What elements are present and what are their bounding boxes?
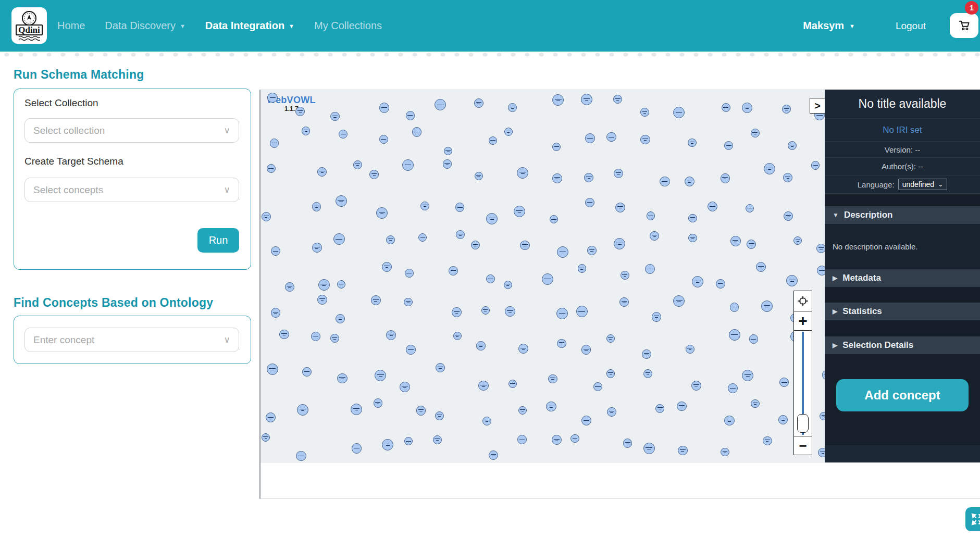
graph-node[interactable]	[721, 173, 730, 183]
graph-node[interactable]	[433, 435, 442, 444]
graph-node[interactable]	[285, 282, 294, 292]
graph-node[interactable]	[333, 233, 345, 245]
graph-node[interactable]	[267, 364, 278, 375]
graph-node[interactable]	[686, 345, 695, 354]
section-metadata[interactable]: ▶ Metadata	[825, 269, 980, 287]
section-description[interactable]: ▼ Description	[825, 206, 980, 224]
graph-node[interactable]	[570, 434, 579, 443]
graph-node[interactable]	[724, 416, 734, 425]
graph-node[interactable]	[615, 203, 625, 212]
graph-node[interactable]	[729, 329, 740, 341]
sidebar-collapse-button[interactable]: >	[810, 98, 825, 114]
graph-node[interactable]	[552, 435, 562, 445]
graph-node[interactable]	[504, 281, 512, 289]
graph-node[interactable]	[746, 204, 754, 213]
graph-node[interactable]	[455, 203, 464, 211]
graph-node[interactable]	[576, 306, 588, 317]
graph-node[interactable]	[542, 273, 553, 285]
graph-node[interactable]	[552, 173, 562, 183]
section-selection-details[interactable]: ▶ Selection Details	[825, 336, 980, 354]
graph-node[interactable]	[550, 215, 559, 224]
graph-node[interactable]	[751, 129, 760, 137]
graph-node[interactable]	[584, 173, 593, 182]
graph-node[interactable]	[593, 382, 603, 392]
graph-node[interactable]	[369, 170, 379, 179]
graph-node[interactable]	[405, 269, 414, 278]
graph-node[interactable]	[581, 416, 591, 425]
graph-node[interactable]	[482, 417, 491, 425]
zoom-slider-thumb[interactable]	[797, 414, 809, 433]
graph-node[interactable]	[317, 295, 327, 305]
graph-node[interactable]	[756, 262, 766, 272]
graph-node[interactable]	[330, 112, 340, 121]
graph-node[interactable]	[708, 202, 717, 211]
graph-node[interactable]	[489, 450, 499, 460]
section-statistics[interactable]: ▶ Statistics	[825, 303, 980, 320]
graph-node[interactable]	[688, 214, 697, 223]
graph-node[interactable]	[302, 367, 312, 377]
graph-node[interactable]	[449, 266, 458, 276]
graph-node[interactable]	[295, 107, 305, 116]
graph-node[interactable]	[730, 303, 739, 311]
graph-node[interactable]	[266, 412, 276, 422]
graph-node[interactable]	[262, 433, 270, 442]
graph-node[interactable]	[352, 443, 362, 453]
graph-node[interactable]	[619, 297, 629, 307]
graph-node[interactable]	[452, 307, 462, 317]
zoom-in-button[interactable]: +	[794, 311, 812, 331]
graph-node[interactable]	[508, 103, 517, 112]
graph-node[interactable]	[302, 127, 310, 135]
graph-node[interactable]	[728, 383, 738, 393]
graph-node[interactable]	[640, 108, 649, 117]
iri-link[interactable]: No IRI set	[883, 125, 922, 135]
graph-node[interactable]	[418, 233, 427, 242]
graph-node[interactable]	[606, 369, 615, 378]
graph-node[interactable]	[486, 213, 498, 224]
graph-node[interactable]	[444, 147, 453, 156]
graph-node[interactable]	[336, 314, 345, 323]
graph-node[interactable]	[297, 404, 308, 416]
graph-node[interactable]	[613, 95, 622, 104]
graph-node[interactable]	[585, 198, 594, 207]
add-concept-button[interactable]: Add concept	[836, 379, 969, 411]
graph-node[interactable]	[764, 163, 775, 174]
graph-node[interactable]	[382, 262, 392, 272]
graph-node[interactable]	[621, 271, 629, 280]
graph-node[interactable]	[375, 370, 386, 381]
language-select[interactable]: undefined ⌄	[898, 179, 948, 190]
graph-node[interactable]	[476, 341, 485, 350]
graph-node[interactable]	[747, 240, 756, 249]
graph-node[interactable]	[552, 94, 564, 106]
graph-node[interactable]	[606, 334, 615, 343]
logout-button[interactable]: Logout	[896, 20, 926, 32]
graph-node[interactable]	[435, 411, 444, 420]
graph-node[interactable]	[478, 381, 488, 391]
concept-search-select[interactable]: Enter concept ∨	[24, 328, 239, 352]
graph-node[interactable]	[786, 275, 798, 286]
graph-node[interactable]	[508, 380, 517, 388]
graph-node[interactable]	[296, 451, 306, 461]
graph-node[interactable]	[404, 298, 412, 306]
graph-node[interactable]	[678, 446, 688, 456]
nav-item-data-discovery[interactable]: Data Discovery ▼	[105, 20, 185, 32]
graph-node[interactable]	[412, 127, 421, 136]
graph-node[interactable]	[692, 276, 703, 287]
user-menu[interactable]: Maksym ▼	[803, 20, 855, 32]
graph-node[interactable]	[607, 407, 616, 417]
graph-node[interactable]	[435, 99, 446, 110]
graph-node[interactable]	[518, 344, 528, 354]
graph-node[interactable]	[374, 398, 382, 407]
graph-node[interactable]	[763, 436, 772, 445]
graph-node[interactable]	[475, 172, 483, 180]
graph-node[interactable]	[788, 141, 797, 150]
graph-node[interactable]	[721, 448, 729, 456]
graph-node[interactable]	[351, 404, 362, 415]
graph-node[interactable]	[578, 264, 586, 272]
graph-node[interactable]	[353, 160, 363, 170]
graph-node[interactable]	[270, 139, 279, 148]
graph-node[interactable]	[606, 132, 616, 142]
graph-node[interactable]	[517, 167, 528, 179]
collection-select[interactable]: Select collection ∨	[24, 118, 239, 143]
graph-node[interactable]	[556, 308, 568, 319]
graph-node[interactable]	[685, 177, 694, 186]
